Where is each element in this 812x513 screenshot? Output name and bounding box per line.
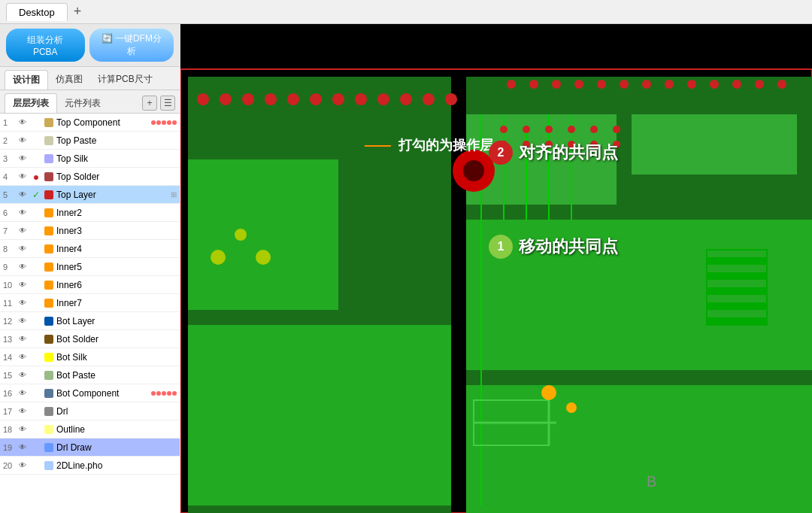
layer-row[interactable]: 17👁Drl xyxy=(0,402,180,420)
layer-row[interactable]: 13👁Bot Solder xyxy=(0,330,180,348)
layer-lock-icon[interactable] xyxy=(30,423,42,436)
layer-visibility-icon[interactable]: 👁 xyxy=(17,279,29,291)
layer-color-swatch xyxy=(44,136,53,145)
layer-lock-icon[interactable] xyxy=(30,351,42,363)
layer-lock-icon[interactable] xyxy=(30,207,42,219)
layer-number: 12 xyxy=(3,317,17,326)
layer-visibility-icon[interactable]: 👁 xyxy=(17,351,29,363)
layer-lock-icon[interactable] xyxy=(30,279,42,291)
svg-point-23 xyxy=(665,80,674,89)
svg-point-28 xyxy=(777,80,786,89)
dfm-analysis-button[interactable]: 🔄 一键DFM分析 xyxy=(89,29,174,62)
layer-visibility-icon[interactable]: 👁 xyxy=(17,387,29,399)
active-layer-indicator: ⊞ xyxy=(171,190,177,199)
layer-lock-icon[interactable] xyxy=(30,405,42,417)
svg-point-50 xyxy=(613,126,620,133)
layer-visibility-icon[interactable]: 👁 xyxy=(17,369,29,381)
layer-lock-icon[interactable] xyxy=(30,442,42,454)
svg-rect-58 xyxy=(707,257,767,265)
layer-visibility-icon[interactable]: 👁 xyxy=(17,460,29,472)
layer-name-label: Top Layer xyxy=(56,190,169,200)
layer-row[interactable]: 1👁Top Component xyxy=(0,114,180,132)
layer-row[interactable]: 11👁Inner7 xyxy=(0,294,180,312)
layer-visibility-icon[interactable]: 👁 xyxy=(17,315,29,327)
desktop-tab[interactable]: Desktop xyxy=(6,3,68,21)
layer-lock-icon[interactable] xyxy=(30,135,42,147)
layer-visibility-icon[interactable]: 👁 xyxy=(17,153,29,165)
tab-component-list[interactable]: 元件列表 xyxy=(57,94,108,113)
layer-color-swatch xyxy=(44,353,53,362)
layer-number: 2 xyxy=(3,136,17,145)
callout-align: 2 对齐的共同点 xyxy=(489,141,618,165)
layer-visibility-icon[interactable]: 👁 xyxy=(17,225,29,237)
layer-name-label: Bot Component xyxy=(56,388,150,399)
layer-lock-icon[interactable] xyxy=(30,243,42,255)
svg-point-67 xyxy=(566,402,577,413)
tab-layer-list[interactable]: 层层列表 xyxy=(5,93,57,113)
layer-color-swatch xyxy=(44,190,53,199)
pcba-analysis-button[interactable]: 组装分析 PCBA xyxy=(6,29,85,62)
layer-row[interactable]: 12👁Bot Layer xyxy=(0,312,180,330)
tab-pcb-size[interactable]: 计算PCB尺寸 xyxy=(90,70,160,90)
layer-visibility-icon[interactable]: 👁 xyxy=(17,189,29,201)
tab-simulation[interactable]: 仿真图 xyxy=(48,70,90,90)
layer-row[interactable]: 15👁Bot Paste xyxy=(0,366,180,384)
layer-row[interactable]: 10👁Inner6 xyxy=(0,276,180,294)
layer-lock-icon[interactable] xyxy=(30,153,42,165)
layer-row[interactable]: 4👁●Top Solder xyxy=(0,168,180,186)
layer-visibility-icon[interactable]: 👁 xyxy=(17,297,29,309)
layer-color-swatch xyxy=(44,425,53,434)
layer-lock-icon[interactable] xyxy=(30,225,42,237)
layer-lock-icon[interactable] xyxy=(30,261,42,273)
add-layer-button[interactable]: + xyxy=(142,96,157,111)
layer-visibility-icon[interactable]: 👁 xyxy=(17,207,29,219)
layer-row[interactable]: 5👁✓Top Layer⊞ xyxy=(0,186,180,204)
layer-name-label: Inner5 xyxy=(56,262,177,272)
layer-lock-icon[interactable] xyxy=(30,297,42,309)
layer-lock-icon[interactable] xyxy=(30,387,42,399)
layer-lock-icon[interactable] xyxy=(30,117,42,129)
callout-move: 1 移动的共同点 xyxy=(489,235,618,259)
layer-lock-icon[interactable]: ● xyxy=(30,171,42,183)
layer-name-label: Inner6 xyxy=(56,280,177,290)
layer-row[interactable]: 20👁2DLine.pho xyxy=(0,457,180,475)
layer-row[interactable]: 14👁Bot Silk xyxy=(0,348,180,366)
layer-row[interactable]: 2👁Top Paste xyxy=(0,132,180,150)
layer-row[interactable]: 6👁Inner2 xyxy=(0,204,180,222)
layer-visibility-icon[interactable]: 👁 xyxy=(17,171,29,183)
add-tab-button[interactable]: + xyxy=(68,4,88,20)
layer-lock-icon[interactable] xyxy=(30,460,42,472)
layer-row[interactable]: 8👁Inner4 xyxy=(0,240,180,258)
layer-lock-icon[interactable] xyxy=(30,369,42,381)
layer-color-swatch xyxy=(44,317,53,326)
pcb-board-svg: 打勾的为操作层 B xyxy=(180,24,812,513)
pcb-canvas[interactable]: 打勾的为操作层 B 2 对齐的共同点 1 移动的共同点 xyxy=(180,24,812,513)
layer-number: 3 xyxy=(3,154,17,163)
layer-lock-icon[interactable] xyxy=(30,333,42,345)
layer-name-label: Bot Solder xyxy=(56,334,177,345)
layer-color-swatch xyxy=(44,263,53,272)
layer-visibility-icon[interactable]: 👁 xyxy=(17,261,29,273)
layer-options-button[interactable]: ☰ xyxy=(160,96,175,111)
layer-visibility-icon[interactable]: 👁 xyxy=(17,423,29,436)
layer-visibility-icon[interactable]: 👁 xyxy=(17,243,29,255)
layer-row[interactable]: 16👁Bot Component xyxy=(0,384,180,402)
layer-row[interactable]: 3👁Top Silk xyxy=(0,150,180,168)
layer-row[interactable]: 19👁Drl Draw xyxy=(0,439,180,457)
layer-row[interactable]: 7👁Inner3 xyxy=(0,222,180,240)
layer-visibility-icon[interactable]: 👁 xyxy=(17,405,29,417)
layer-lock-icon[interactable]: ✓ xyxy=(30,189,42,201)
tab-design[interactable]: 设计图 xyxy=(5,70,48,90)
layer-lock-icon[interactable] xyxy=(30,315,42,327)
layer-visibility-icon[interactable]: 👁 xyxy=(17,117,29,129)
layer-row[interactable]: 9👁Inner5 xyxy=(0,258,180,276)
layer-visibility-icon[interactable]: 👁 xyxy=(17,442,29,454)
layer-row[interactable]: 18👁Outline xyxy=(0,420,180,439)
svg-rect-62 xyxy=(707,317,767,325)
svg-point-26 xyxy=(732,80,741,89)
layer-visibility-icon[interactable]: 👁 xyxy=(17,135,29,147)
layer-visibility-icon[interactable]: 👁 xyxy=(17,333,29,345)
layer-color-swatch xyxy=(44,281,53,290)
layer-number: 9 xyxy=(3,263,17,272)
layer-color-swatch xyxy=(44,226,53,235)
